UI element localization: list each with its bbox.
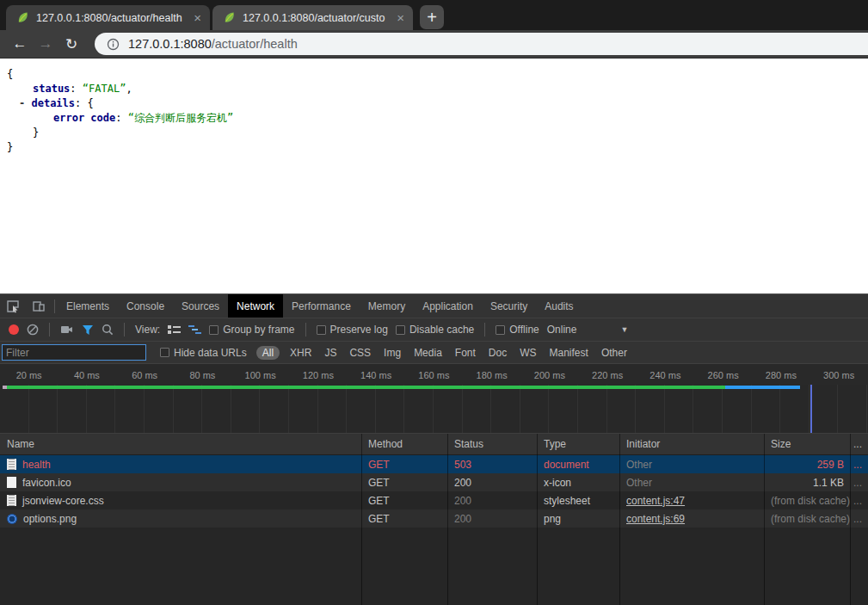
- column-header-type[interactable]: Type: [537, 438, 619, 450]
- tab-application[interactable]: Application: [414, 294, 482, 318]
- request-method: GET: [361, 477, 447, 489]
- json-status-line: status: “FATAL”,: [0, 82, 868, 96]
- type-filter-xhr[interactable]: XHR: [287, 347, 314, 359]
- tab-audits[interactable]: Audits: [536, 294, 582, 318]
- preserve-log-option: Preserve log: [317, 324, 388, 336]
- column-header-name[interactable]: Name: [0, 438, 361, 450]
- table-row[interactable]: health GET 503 document Other 259 B ...: [0, 455, 868, 473]
- ruler-tick: 140 ms: [348, 364, 405, 385]
- request-initiator: Other: [619, 459, 764, 471]
- type-filter-font[interactable]: Font: [452, 347, 478, 359]
- network-toolbar: View: Group by frame Preserve log Disabl…: [0, 318, 868, 341]
- forward-button[interactable]: →: [33, 35, 58, 52]
- view-waterfall-icon[interactable]: [188, 324, 201, 335]
- type-filter-media[interactable]: Media: [411, 347, 445, 359]
- divider: [484, 323, 485, 336]
- request-status: 200: [447, 495, 537, 507]
- inspect-element-icon[interactable]: [0, 294, 26, 318]
- disable-cache-checkbox[interactable]: [396, 325, 405, 335]
- view-label: View:: [135, 324, 160, 336]
- browser-tab-health[interactable]: 127.0.0.1:8080/actuator/health ×: [6, 5, 210, 30]
- tab-network[interactable]: Network: [228, 294, 283, 318]
- network-requests-table: Name Method Status Type Initiator Size .…: [0, 434, 868, 605]
- column-divider[interactable]: [850, 434, 851, 605]
- request-method: GET: [361, 459, 447, 471]
- json-value-status: “FATAL”: [83, 83, 126, 95]
- new-tab-button[interactable]: +: [420, 5, 444, 29]
- file-icon: [7, 477, 16, 488]
- ruler-tick: 160 ms: [405, 364, 463, 385]
- clear-icon[interactable]: [27, 324, 39, 336]
- tab-console[interactable]: Console: [118, 294, 173, 318]
- tab-sources[interactable]: Sources: [173, 294, 228, 318]
- hide-data-urls-checkbox[interactable]: [160, 348, 169, 357]
- column-header-method[interactable]: Method: [361, 438, 447, 450]
- column-header-status[interactable]: Status: [447, 438, 537, 450]
- ruler-tick: 220 ms: [579, 364, 637, 385]
- browser-tab-custom[interactable]: 127.0.0.1:8080/actuator/custo ×: [212, 5, 413, 30]
- tab-title: 127.0.0.1:8080/actuator/health: [36, 12, 187, 24]
- close-icon[interactable]: ×: [194, 11, 201, 24]
- initiator-link[interactable]: content.js:69: [626, 513, 685, 525]
- type-filter-manifest[interactable]: Manifest: [547, 347, 591, 359]
- table-row[interactable]: favicon.ico GET 200 x-icon Other 1.1 KB …: [0, 473, 868, 491]
- spring-leaf-icon: [16, 11, 29, 24]
- tab-security[interactable]: Security: [482, 294, 536, 318]
- request-waterfall: ...: [850, 513, 868, 525]
- column-divider[interactable]: [537, 434, 538, 605]
- column-header-waterfall[interactable]: ...: [850, 438, 868, 450]
- type-filter-css[interactable]: CSS: [347, 347, 373, 359]
- tab-performance[interactable]: Performance: [283, 294, 360, 318]
- request-type: stylesheet: [537, 495, 619, 507]
- network-overview[interactable]: [0, 385, 868, 434]
- back-button[interactable]: ←: [7, 35, 33, 52]
- request-size: (from disk cache): [764, 495, 850, 507]
- request-size: (from disk cache): [764, 513, 850, 525]
- column-divider[interactable]: [447, 434, 448, 605]
- browser-toolbar: ← → ↻ 127.0.0.1:8080/actuator/health: [0, 30, 868, 59]
- address-bar[interactable]: 127.0.0.1:8080/actuator/health: [95, 33, 868, 55]
- preserve-log-checkbox[interactable]: [317, 325, 326, 335]
- column-header-size[interactable]: Size: [764, 438, 850, 450]
- tab-memory[interactable]: Memory: [360, 294, 414, 318]
- reload-button[interactable]: ↻: [58, 35, 84, 53]
- table-row[interactable]: jsonview-core.css GET 200 stylesheet con…: [0, 491, 868, 509]
- tab-elements[interactable]: Elements: [58, 294, 118, 318]
- device-toolbar-icon[interactable]: [26, 294, 52, 318]
- json-details-line: - details: {: [0, 96, 868, 111]
- divider: [124, 323, 125, 336]
- request-method: GET: [361, 513, 447, 525]
- column-header-initiator[interactable]: Initiator: [619, 438, 764, 450]
- type-filter-ws[interactable]: WS: [517, 347, 539, 359]
- chevron-down-icon[interactable]: ▼: [620, 325, 628, 334]
- type-filter-img[interactable]: Img: [381, 347, 403, 359]
- page-info-icon[interactable]: [107, 38, 120, 51]
- type-filter-other[interactable]: Other: [599, 347, 630, 359]
- type-filter-all[interactable]: All: [256, 346, 280, 360]
- ruler-tick: 100 ms: [231, 364, 289, 385]
- request-waterfall: ...: [850, 459, 868, 471]
- close-icon[interactable]: ×: [397, 11, 404, 24]
- capture-screenshots-icon[interactable]: [60, 324, 74, 335]
- table-row[interactable]: options.png GET 200 png content.js:69 (f…: [0, 509, 868, 528]
- view-large-rows-icon[interactable]: [168, 324, 181, 335]
- search-icon[interactable]: [102, 324, 114, 336]
- filter-input[interactable]: [2, 344, 146, 361]
- group-by-frame-checkbox[interactable]: [209, 325, 219, 335]
- column-divider[interactable]: [361, 434, 362, 605]
- json-inner-close: }: [0, 126, 868, 140]
- record-button[interactable]: [9, 324, 19, 335]
- ruler-tick: 40 ms: [58, 364, 115, 385]
- offline-checkbox[interactable]: [496, 325, 505, 335]
- ruler-tick: 240 ms: [637, 364, 694, 385]
- url-text: 127.0.0.1:8080/actuator/health: [128, 37, 298, 51]
- throttling-select[interactable]: Online: [547, 324, 577, 336]
- ruler-tick: 180 ms: [463, 364, 520, 385]
- spring-leaf-icon: [223, 11, 236, 24]
- column-divider[interactable]: [619, 434, 620, 605]
- type-filter-doc[interactable]: Doc: [486, 347, 509, 359]
- filter-funnel-icon[interactable]: [82, 324, 94, 336]
- column-divider[interactable]: [764, 434, 765, 605]
- initiator-link[interactable]: content.js:47: [626, 495, 685, 507]
- type-filter-js[interactable]: JS: [322, 347, 339, 359]
